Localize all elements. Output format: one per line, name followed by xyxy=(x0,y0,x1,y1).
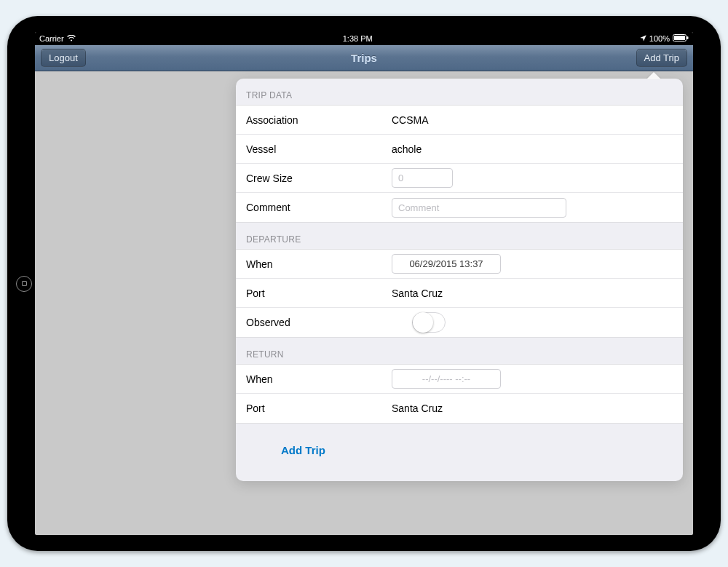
return-when-input[interactable] xyxy=(392,369,501,389)
section-header-return: RETURN xyxy=(236,338,683,364)
home-button[interactable] xyxy=(16,276,32,292)
ipad-device-frame: Carrier 1:38 PM 100% Logout Trips Add Tr… xyxy=(7,16,721,551)
status-time: 1:38 PM xyxy=(76,34,640,43)
departure-port-value[interactable]: Santa Cruz xyxy=(392,288,443,299)
battery-icon xyxy=(673,34,689,43)
nav-title: Trips xyxy=(35,52,693,64)
screen: Carrier 1:38 PM 100% Logout Trips Add Tr… xyxy=(35,32,693,535)
section-header-trip-data: TRIP DATA xyxy=(236,79,683,105)
row-departure-port: Port Santa Cruz xyxy=(236,279,683,308)
row-return-port: Port Santa Cruz xyxy=(236,394,683,423)
row-vessel: Vessel achole xyxy=(236,135,683,164)
observed-toggle[interactable] xyxy=(412,312,446,333)
status-bar: Carrier 1:38 PM 100% xyxy=(35,32,693,45)
add-trip-link[interactable]: Add Trip xyxy=(281,444,325,456)
action-row: Add Trip xyxy=(236,424,683,481)
return-port-value[interactable]: Santa Cruz xyxy=(392,403,443,414)
row-crew-size: Crew Size xyxy=(236,164,683,193)
return-port-label: Port xyxy=(246,403,392,414)
row-return-when: When xyxy=(236,365,683,394)
row-association: Association CCSMA xyxy=(236,106,683,135)
vessel-value: achole xyxy=(392,143,422,155)
departure-port-label: Port xyxy=(246,288,392,299)
nav-bar: Logout Trips Add Trip xyxy=(35,45,693,71)
observed-label: Observed xyxy=(246,317,392,328)
departure-when-label: When xyxy=(246,258,392,270)
row-comment: Comment xyxy=(236,193,683,222)
vessel-label: Vessel xyxy=(246,143,392,155)
association-label: Association xyxy=(246,114,392,126)
comment-label: Comment xyxy=(246,202,392,213)
location-icon xyxy=(640,34,646,43)
carrier-label: Carrier xyxy=(39,34,64,43)
departure-when-input[interactable] xyxy=(392,254,501,274)
association-value: CCSMA xyxy=(392,114,429,126)
row-departure-when: When xyxy=(236,250,683,279)
return-when-label: When xyxy=(246,373,392,385)
crew-size-label: Crew Size xyxy=(246,173,392,184)
row-observed: Observed xyxy=(236,308,683,337)
crew-size-input[interactable] xyxy=(392,168,453,188)
section-header-departure: DEPARTURE xyxy=(236,223,683,249)
popover-arrow xyxy=(646,72,661,79)
comment-input[interactable] xyxy=(392,198,566,218)
svg-rect-1 xyxy=(674,36,685,40)
wifi-icon xyxy=(67,34,76,43)
battery-percent: 100% xyxy=(649,34,670,43)
svg-rect-2 xyxy=(687,36,689,39)
add-trip-popover: TRIP DATA Association CCSMA Vessel achol… xyxy=(236,79,683,481)
